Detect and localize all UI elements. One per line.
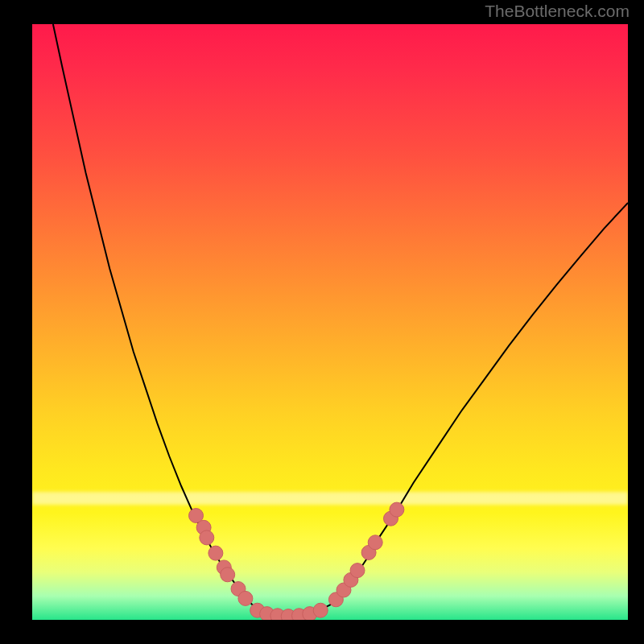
data-point [221,568,235,582]
chart-frame: TheBottleneck.com [0,0,644,644]
data-point [200,530,214,545]
curve-group [53,24,628,617]
watermark-text: TheBottleneck.com [485,2,630,21]
data-point [313,603,328,617]
data-point [368,535,382,550]
data-point [350,564,365,578]
data-point [208,546,223,560]
marker-group [189,502,404,620]
bottleneck-curve [53,24,628,617]
data-point [390,502,404,517]
data-point [238,591,253,605]
plot-area [32,24,628,620]
chart-svg [32,24,628,620]
